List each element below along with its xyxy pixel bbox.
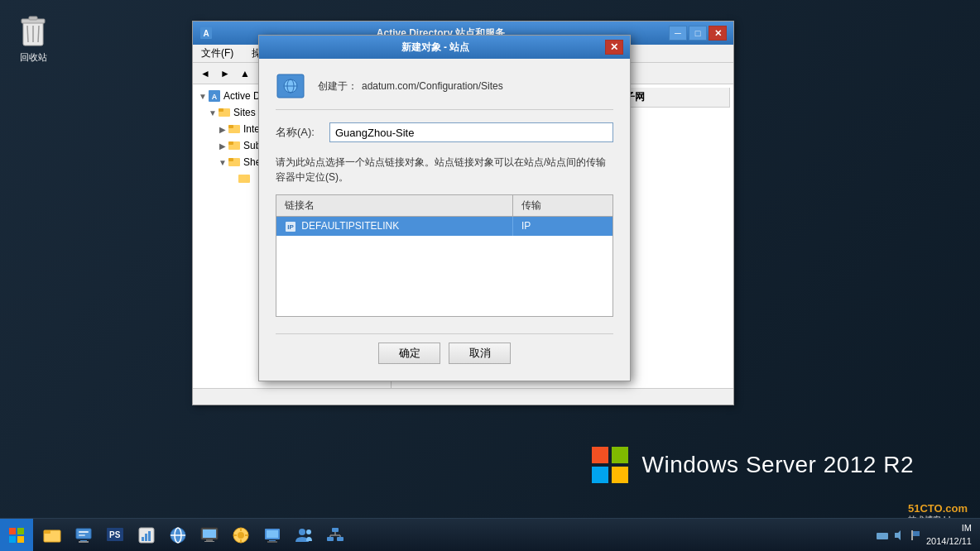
dialog-header: 创建于： adatum.com/Configuration/Sites (276, 71, 613, 110)
svg-rect-38 (79, 531, 89, 533)
svg-rect-23 (228, 158, 233, 161)
svg-rect-31 (9, 528, 16, 534)
ad-statusbar (193, 388, 733, 405)
svg-rect-2 (29, 17, 37, 20)
windows-brand: Windows Server 2012 R2 (590, 445, 914, 485)
link-row-name-text: DEFAULTIPSITELINK (301, 220, 399, 232)
svg-rect-19 (228, 125, 233, 128)
tree-she-child-icon (238, 172, 251, 185)
svg-rect-46 (145, 534, 147, 541)
svg-point-66 (306, 529, 311, 534)
name-input[interactable] (329, 122, 613, 142)
toolbar-back[interactable]: ◄ (196, 65, 214, 83)
recycle-bin[interactable]: 回收站 (17, 12, 50, 64)
link-row-transport: IP (513, 217, 612, 235)
powershell-icon: PS (105, 525, 125, 545)
dialog-object-icon (276, 71, 305, 101)
tree-ad-icon: A (208, 89, 221, 103)
svg-point-65 (299, 529, 305, 535)
date-display: 2014/12/11 (926, 535, 972, 548)
computer-icon (199, 525, 219, 545)
file-explorer-taskbar[interactable] (37, 520, 67, 550)
dialog-create-info: 创建于： adatum.com/Configuration/Sites (318, 79, 503, 93)
dialog-title: 新建对象 - 站点 (266, 41, 605, 55)
time-display: IM (926, 522, 972, 534)
windows-logo-icon (590, 445, 630, 485)
toolbar-forward[interactable]: ► (216, 65, 234, 83)
name-label: 名称(A): (276, 125, 321, 140)
maximize-button[interactable]: □ (689, 26, 707, 41)
tree-expand-root[interactable]: ▼ (198, 91, 208, 101)
tree-expand-she-child (228, 174, 238, 184)
ok-button[interactable]: 确定 (378, 343, 440, 364)
svg-rect-36 (44, 530, 50, 534)
extra-icon-1[interactable] (195, 520, 224, 550)
svg-rect-47 (148, 531, 151, 541)
toolbar-up[interactable]: ▲ (236, 65, 254, 83)
link-table-body: IP DEFAULTIPSITELINK IP (276, 217, 612, 316)
powershell-taskbar[interactable]: PS (100, 520, 130, 550)
start-button[interactable] (0, 519, 33, 552)
svg-rect-52 (203, 529, 216, 538)
link-table-header: 链接名 传输 (276, 195, 612, 217)
svg-rect-77 (913, 531, 920, 536)
tree-expand-inter[interactable]: ▶ (218, 124, 228, 134)
new-object-dialog: 新建对象 - 站点 ✕ 创建于： adatum.com/Configuratio… (258, 35, 631, 381)
tree-subn-icon (228, 139, 241, 152)
tree-expand-sites[interactable]: ▼ (208, 108, 218, 117)
create-label: 创建于： (318, 79, 358, 93)
svg-rect-37 (76, 529, 91, 539)
ad-window-controls[interactable]: ─ □ ✕ (669, 26, 727, 41)
svg-rect-8 (592, 467, 608, 483)
tree-inter-icon (228, 122, 241, 136)
svg-line-3 (27, 26, 28, 42)
svg-rect-6 (592, 447, 608, 463)
svg-rect-62 (267, 530, 278, 538)
control-panel-icon (231, 525, 251, 545)
dialog-close-button[interactable]: ✕ (605, 40, 623, 55)
extra-icon-2[interactable] (226, 520, 256, 550)
extra-icon-5[interactable] (320, 520, 350, 550)
svg-line-5 (38, 26, 39, 42)
menu-file[interactable]: 文件(F) (196, 45, 238, 62)
svg-rect-39 (79, 534, 85, 536)
systray (876, 529, 922, 542)
close-button[interactable]: ✕ (709, 26, 727, 41)
svg-rect-24 (238, 175, 250, 183)
svg-rect-33 (9, 536, 16, 543)
svg-marker-75 (895, 530, 901, 540)
extra-icon-3[interactable] (257, 520, 287, 550)
svg-rect-74 (877, 533, 888, 539)
svg-rect-59 (233, 534, 237, 536)
dialog-name-field: 名称(A): (276, 122, 613, 142)
svg-rect-64 (267, 541, 277, 543)
users-icon (294, 525, 314, 545)
speaker-icon (892, 529, 906, 542)
svg-rect-9 (612, 467, 628, 483)
tree-sites-label: Sites (233, 107, 256, 118)
cancel-button[interactable]: 取消 (449, 343, 511, 364)
link-table-row[interactable]: IP DEFAULTIPSITELINK IP (276, 217, 612, 236)
svg-rect-60 (245, 534, 248, 536)
tree-expand-subn[interactable]: ▶ (218, 141, 228, 151)
svg-rect-57 (240, 528, 242, 531)
svg-rect-68 (327, 537, 334, 541)
ie-taskbar[interactable] (163, 520, 193, 550)
ad-window-icon: A (199, 26, 213, 40)
svg-rect-76 (911, 530, 913, 540)
extra-icon-4[interactable] (289, 520, 319, 550)
server-manager-taskbar[interactable] (69, 520, 98, 550)
tree-expand-she[interactable]: ▼ (218, 157, 228, 167)
svg-text:A: A (212, 93, 218, 101)
dialog-titlebar: 新建对象 - 站点 ✕ (259, 36, 630, 59)
task-mgr-taskbar[interactable] (132, 520, 161, 550)
svg-rect-45 (142, 537, 144, 541)
svg-rect-32 (17, 528, 24, 534)
svg-rect-67 (332, 528, 339, 532)
minimize-button[interactable]: ─ (669, 26, 687, 41)
ie-icon (168, 525, 188, 545)
file-explorer-icon (42, 525, 62, 545)
svg-rect-41 (79, 541, 89, 543)
windows-brand-text: Windows Server 2012 R2 (642, 452, 914, 478)
start-icon (8, 527, 25, 544)
